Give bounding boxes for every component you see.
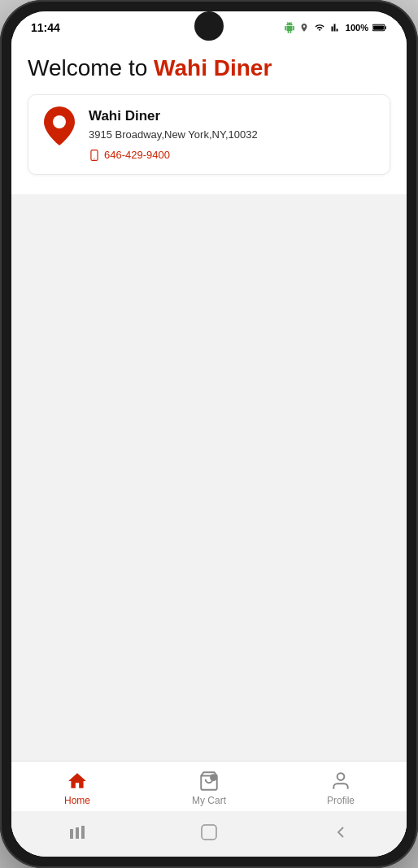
svg-point-3 — [53, 115, 66, 128]
status-time: 11:44 — [31, 21, 60, 34]
nav-label-profile: Profile — [327, 795, 355, 806]
android-home-button[interactable] — [198, 821, 220, 844]
restaurant-phone[interactable]: 646-429-9400 — [89, 149, 377, 161]
restaurant-card: Wahi Diner 3915 Broadway,New York,NY,100… — [28, 94, 390, 175]
svg-rect-12 — [81, 826, 85, 839]
top-section: Welcome to Wahi Diner Wahi Diner 3915 Br… — [11, 39, 407, 194]
battery-icon — [372, 23, 387, 33]
svg-rect-11 — [76, 827, 79, 839]
restaurant-info: Wahi Diner 3915 Broadway,New York,NY,100… — [89, 108, 377, 161]
profile-icon — [329, 770, 352, 792]
app-content: Welcome to Wahi Diner Wahi Diner 3915 Br… — [11, 39, 407, 857]
android-nav-bar — [11, 811, 407, 857]
svg-point-9 — [337, 773, 345, 780]
phone-number: 646-429-9400 — [104, 149, 170, 161]
phone-icon — [89, 150, 100, 161]
welcome-title: Welcome to Wahi Diner — [28, 55, 390, 81]
svg-rect-13 — [202, 825, 216, 840]
svg-rect-10 — [70, 829, 73, 839]
cart-icon: + — [198, 770, 220, 792]
nav-item-home[interactable]: Home — [45, 770, 110, 806]
welcome-prefix: Welcome to — [28, 55, 154, 80]
bottom-nav: Home + My Cart — [11, 761, 407, 811]
camera-notch — [194, 11, 224, 41]
svg-rect-2 — [385, 26, 386, 29]
svg-rect-1 — [373, 25, 384, 29]
brand-name: Wahi Diner — [154, 55, 272, 80]
restaurant-address: 3915 Broadway,New York,NY,10032 — [89, 128, 377, 142]
home-icon — [66, 770, 89, 792]
nav-label-home: Home — [64, 795, 90, 806]
map-pin-icon — [41, 108, 77, 144]
android-icon — [284, 22, 295, 33]
battery-text: 100% — [346, 23, 368, 33]
location-status-icon — [299, 23, 309, 33]
nav-item-profile[interactable]: Profile — [308, 770, 373, 806]
svg-point-5 — [94, 158, 94, 158]
nav-item-cart[interactable]: + My Cart — [176, 770, 242, 806]
status-icons: 100% — [284, 22, 387, 33]
restaurant-name: Wahi Diner — [89, 108, 377, 124]
recent-apps-button[interactable] — [66, 821, 89, 844]
android-back-button[interactable] — [329, 821, 352, 844]
phone-screen: 11:44 100% — [11, 11, 407, 857]
nav-label-cart: My Cart — [192, 795, 226, 806]
main-content-area — [11, 194, 407, 761]
signal-icon — [330, 23, 342, 33]
wifi-icon — [313, 23, 326, 33]
svg-text:+: + — [212, 776, 215, 781]
phone-shell: 11:44 100% — [0, 0, 418, 868]
